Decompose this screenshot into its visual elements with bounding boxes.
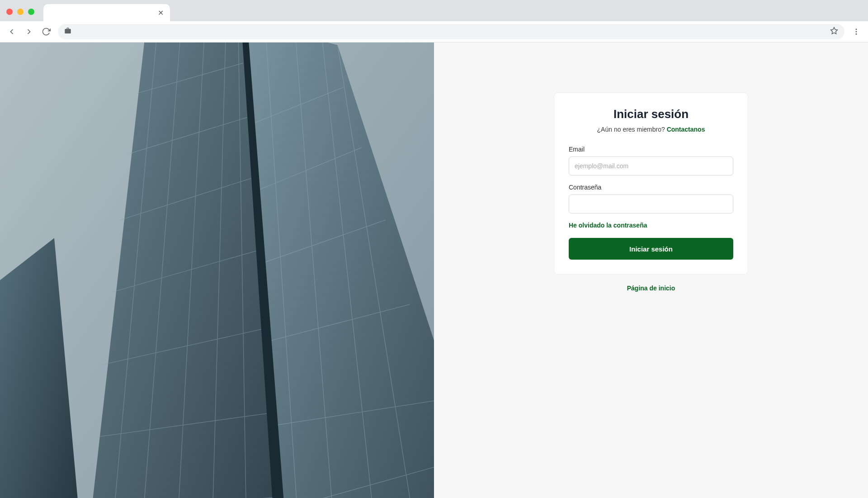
login-panel: Iniciar sesión ¿Aún no eres miembro? Con… bbox=[434, 43, 868, 498]
signup-prompt: ¿Aún no eres miembro? Contactanos bbox=[569, 126, 733, 133]
address-bar[interactable] bbox=[58, 24, 844, 39]
signup-prompt-text: ¿Aún no eres miembro? bbox=[597, 126, 667, 133]
browser-chrome: ✕ bbox=[0, 0, 868, 43]
hero-image bbox=[0, 43, 434, 498]
home-link[interactable]: Página de inicio bbox=[627, 285, 675, 292]
svg-marker-0 bbox=[831, 28, 838, 34]
email-label: Email bbox=[569, 146, 733, 153]
svg-point-1 bbox=[856, 28, 857, 30]
close-tab-icon[interactable]: ✕ bbox=[158, 9, 164, 17]
window-maximize-button[interactable] bbox=[28, 9, 34, 15]
bookmark-icon[interactable] bbox=[830, 27, 838, 37]
forward-button[interactable] bbox=[24, 26, 34, 37]
forgot-password-link[interactable]: He olvidado la contraseña bbox=[569, 222, 733, 229]
browser-tab[interactable]: ✕ bbox=[43, 4, 170, 21]
browser-menu-icon[interactable] bbox=[851, 26, 862, 37]
password-group: Contraseña bbox=[569, 184, 733, 213]
email-field[interactable] bbox=[569, 157, 733, 175]
email-group: Email bbox=[569, 146, 733, 175]
login-card: Iniciar sesión ¿Aún no eres miembro? Con… bbox=[554, 92, 748, 275]
svg-point-3 bbox=[856, 33, 857, 35]
svg-point-2 bbox=[856, 31, 857, 33]
contact-link[interactable]: Contactanos bbox=[667, 126, 705, 133]
back-button[interactable] bbox=[6, 26, 17, 37]
tab-strip: ✕ bbox=[0, 0, 868, 21]
window-controls bbox=[6, 9, 34, 15]
login-button[interactable]: Iniciar sesión bbox=[569, 238, 733, 260]
login-title: Iniciar sesión bbox=[569, 107, 733, 121]
reload-button[interactable] bbox=[41, 26, 52, 37]
site-info-icon[interactable] bbox=[64, 27, 71, 36]
window-minimize-button[interactable] bbox=[17, 9, 24, 15]
browser-toolbar bbox=[0, 21, 868, 43]
password-field[interactable] bbox=[569, 194, 733, 213]
page-content: Iniciar sesión ¿Aún no eres miembro? Con… bbox=[0, 43, 868, 498]
window-close-button[interactable] bbox=[6, 9, 13, 15]
password-label: Contraseña bbox=[569, 184, 733, 191]
